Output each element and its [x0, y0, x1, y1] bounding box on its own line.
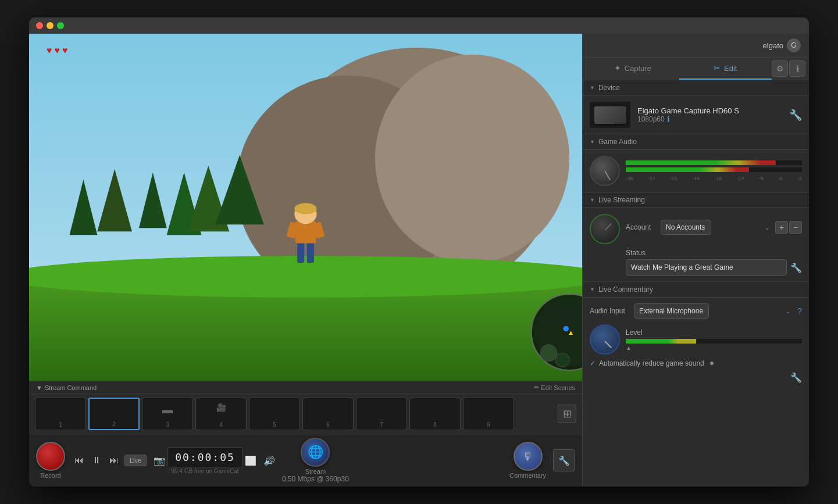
- scene-thumb-6[interactable]: 6: [302, 398, 354, 430]
- auto-reduce-row: ✓ Automatically reduce game sound: [590, 359, 802, 367]
- info-tab-button[interactable]: ℹ: [789, 60, 805, 77]
- volume-icon[interactable]: 🔊: [263, 455, 275, 466]
- commentary-settings-button[interactable]: 🔧: [590, 372, 802, 383]
- live-commentary-label: Live Commentary: [598, 285, 653, 294]
- scene-num-9: 9: [487, 421, 490, 428]
- stream-globe-button[interactable]: 🌐: [301, 438, 330, 467]
- live-commentary-section: Audio Input External Microphone ⌄ ? Leve: [583, 298, 809, 487]
- title-bar: [29, 17, 809, 34]
- status-input[interactable]: [626, 259, 787, 276]
- heart-2: ♥: [55, 45, 60, 56]
- scene-thumb-8[interactable]: 8: [409, 398, 461, 430]
- meter-bar-1: [626, 160, 802, 165]
- account-add-button[interactable]: +: [775, 221, 788, 234]
- timecode-display: 00:00:05: [167, 447, 243, 467]
- account-select[interactable]: No Accounts: [661, 220, 711, 235]
- stream-knob[interactable]: [590, 214, 620, 244]
- app-window: ▲ ♥ ♥ ♥ ▼ Stream Command: [29, 17, 809, 487]
- playback-controls: ⏮ ⏸ ⏭ Live: [72, 453, 147, 468]
- meter-label-27: -27: [648, 176, 655, 181]
- play-pause-button[interactable]: ⏸: [90, 453, 104, 468]
- meter-label-21: -21: [670, 176, 677, 181]
- scene-num-3: 3: [166, 421, 169, 428]
- scene-thumb-2[interactable]: 2: [88, 398, 140, 430]
- status-settings-button[interactable]: 🔧: [790, 262, 802, 273]
- maximize-button[interactable]: [57, 22, 64, 29]
- meter-label-18: -18: [692, 176, 700, 181]
- audio-input-arrow: ⌄: [786, 308, 790, 314]
- device-triangle: ▼: [590, 85, 595, 91]
- live-streaming-section: Account No Accounts ⌄ + −: [583, 208, 809, 282]
- stream-command-triangle: ▼: [36, 384, 42, 391]
- device-info-icon[interactable]: ℹ: [667, 115, 670, 123]
- timecode-section: 📷 00:00:05 99,4 GB free on GameCat ⬜: [154, 447, 256, 474]
- live-streaming-label: Live Streaming: [598, 196, 645, 204]
- disk-info: 99,4 GB free on GameCat: [171, 468, 238, 474]
- device-image-inner: [594, 106, 626, 124]
- settings-tab-button[interactable]: ⚙: [772, 60, 788, 77]
- scene-num-8: 8: [433, 421, 437, 428]
- scene-thumb-3[interactable]: 3 ▬: [142, 398, 193, 430]
- screenshot-button[interactable]: 📷: [154, 455, 165, 466]
- stream-command: ▼ Stream Command ✏ Edit Scenes 1 2: [29, 381, 582, 434]
- commentary-knob[interactable]: [590, 324, 620, 355]
- scene-thumb-9[interactable]: 9: [463, 398, 514, 430]
- checkbox-dot: [710, 362, 714, 365]
- svg-point-18: [294, 203, 316, 214]
- streaming-row: Account No Accounts ⌄ + −: [590, 214, 802, 244]
- close-button[interactable]: [36, 22, 43, 29]
- scene-thumb-4[interactable]: 4 🎥: [195, 398, 247, 430]
- device-section: Elgato Game Capture HD60 S 1080p60 ℹ 🔧: [583, 96, 809, 134]
- game-hearts: ♥ ♥ ♥: [47, 45, 68, 56]
- account-select-arrow: ⌄: [765, 224, 769, 231]
- commentary-knob-area: Level ▲: [590, 324, 802, 355]
- rewind-button[interactable]: ⏮: [72, 453, 86, 468]
- device-name: Elgato Game Capture HD60 S: [637, 106, 782, 115]
- live-button[interactable]: Live: [124, 455, 147, 466]
- scene-num-6: 6: [326, 421, 330, 428]
- tab-edit[interactable]: ✂ Edit: [679, 58, 772, 80]
- heart-1: ♥: [47, 45, 52, 56]
- live-streaming-header: ▼ Live Streaming: [583, 192, 809, 208]
- minimize-button[interactable]: [47, 22, 54, 29]
- device-spec: 1080p60 ℹ: [637, 115, 782, 123]
- commentary-button-section: 🎙 Commentary: [509, 442, 546, 479]
- scenes-strip: 1 2 3 ▬ 4 🎥 5: [29, 394, 582, 434]
- level-meter-area: Level ▲: [626, 328, 802, 351]
- elgato-header: elgato G: [583, 34, 809, 58]
- device-settings-button[interactable]: 🔧: [789, 109, 802, 121]
- audio-input-select[interactable]: External Microphone: [634, 303, 709, 319]
- status-label: Status: [626, 249, 802, 257]
- volume-section: 🔊: [263, 455, 275, 466]
- scene-num-1: 1: [59, 421, 62, 428]
- scene-thumb-7[interactable]: 7: [356, 398, 407, 430]
- game-audio-section: -36 -27 -21 -18 -15 -12 -9 -6 -3: [583, 150, 809, 192]
- edit-scenes-button[interactable]: ✏ Edit Scenes: [534, 384, 575, 391]
- audio-knob[interactable]: [590, 156, 620, 186]
- device-section-label: Device: [598, 84, 620, 92]
- scene-num-5: 5: [273, 421, 276, 428]
- tab-capture[interactable]: ✦ Capture: [586, 58, 679, 80]
- scene-thumb-5[interactable]: 5: [249, 398, 300, 430]
- help-icon[interactable]: ?: [797, 306, 802, 316]
- svg-point-3: [375, 55, 569, 263]
- level-fill: [626, 339, 696, 344]
- fast-forward-button[interactable]: ⏭: [107, 453, 121, 468]
- pencil-icon: ✏: [534, 384, 539, 391]
- svg-rect-12: [297, 242, 304, 263]
- account-row: Account No Accounts ⌄ + −: [626, 220, 802, 235]
- settings-button[interactable]: 🔧: [553, 449, 575, 471]
- scene-add-button[interactable]: ⊞: [558, 405, 576, 423]
- fullscreen-button[interactable]: ⬜: [245, 455, 256, 466]
- record-button[interactable]: [36, 442, 65, 471]
- commentary-button[interactable]: 🎙: [514, 442, 543, 471]
- traffic-lights: [36, 22, 64, 29]
- knob-line: [604, 171, 611, 181]
- right-panel: elgato G ✦ Capture ✂ Edit ⚙ ℹ: [582, 34, 809, 487]
- meter-label-36: -36: [626, 176, 633, 181]
- account-remove-button[interactable]: −: [789, 221, 802, 234]
- tabs-bar: ✦ Capture ✂ Edit ⚙ ℹ: [583, 58, 809, 80]
- scene-thumb-1[interactable]: 1: [35, 398, 86, 430]
- stream-command-title: ▼ Stream Command: [36, 384, 97, 391]
- record-label: Record: [40, 472, 60, 479]
